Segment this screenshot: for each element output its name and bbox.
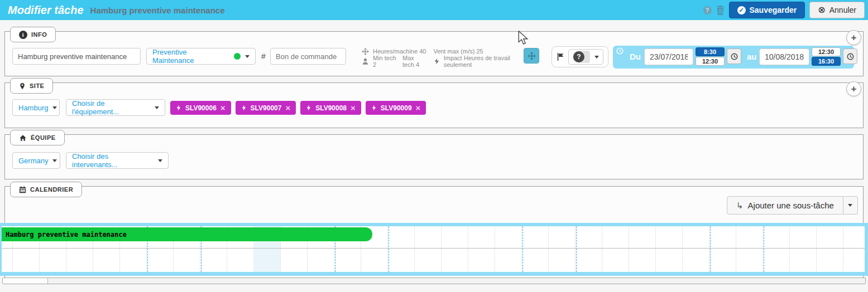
chevron-down-icon [594,56,599,59]
machine-settings-button[interactable] [524,48,539,64]
weekend-line [522,226,523,272]
from-time-picker-button[interactable] [727,48,741,64]
equipment-tag[interactable]: SLV90008 × [300,101,361,115]
info-icon: i [19,31,27,39]
priority-badge: ? [573,51,584,62]
gantt-task-bar[interactable]: Hamburg preventive maintenance [2,227,372,241]
flag-icon [557,52,564,61]
from-end-time[interactable]: 12:30 [696,57,725,66]
clock-icon [847,53,854,60]
clock-icon [616,47,624,55]
check-circle-icon: ✓ [737,6,746,14]
team-dropdown[interactable]: Germany [12,152,60,169]
add-subtask-caret-button[interactable] [843,196,858,215]
page-title: Modifier tâche [8,4,84,17]
priority-dropdown[interactable]: ? [568,49,603,65]
mouse-cursor [518,31,529,47]
weekend-line [389,226,389,272]
chevron-down-icon [245,55,250,58]
task-stats: Heures/machine 40 Vent max (m/s) 25 Min … [362,47,524,66]
calendar-icon [19,186,26,193]
tab-team: ÉQUIPE [10,130,65,145]
map-pin-icon [19,82,26,90]
clock-icon [731,53,738,60]
chevron-down-icon [52,106,57,109]
home-icon [19,134,27,142]
to-start-time[interactable]: 12:30 [812,47,841,56]
to-time-picker-button[interactable] [843,48,857,64]
chevron-down-icon [848,204,852,207]
row-divider [2,248,865,249]
task-type-dropdown[interactable]: Preventive Maintenance [146,48,256,65]
to-time-chips: 12:30 16:30 [812,47,841,66]
bolt-icon [371,104,377,111]
technician-icon [362,58,369,65]
tab-calendar: CALENDRIER [10,182,82,197]
equipment-dropdown[interactable]: Choisir de l'équipement... [66,99,165,116]
bolt-icon [306,104,311,111]
chevron-down-icon [52,159,57,162]
add-subtask-splitbutton: ↳ Ajouter une sous-tâche [727,196,858,215]
type-color-dot [234,53,241,60]
tab-info: i INFO [10,27,56,42]
bolt-icon [241,104,247,111]
cancel-button[interactable]: ⊗ Annuler [809,2,865,18]
bolt-icon [176,104,181,111]
date-range-panel: Du 8:30 12:30 au 12:30 16:30 [613,46,854,69]
task-name-input[interactable] [12,48,141,65]
weekend-line [710,226,711,272]
site-dropdown[interactable]: Hamburg [12,99,60,116]
gantt-frame: Hamburg preventive maintenance [0,223,868,276]
save-button[interactable]: ✓ Sauvegarder [729,2,805,18]
order-number-prefix: # [261,52,266,61]
equipment-tag-list: SLV90006 × SLV90007 × SLV90008 × SLV9000… [170,101,426,115]
equipment-tag[interactable]: SLV90009 × [366,101,426,115]
task-title: Hamburg preventive maintenance [90,6,225,15]
header-bar: Modifier tâche Hamburg preventive mainte… [0,0,868,20]
tab-site: SITE [10,78,53,94]
from-start-time[interactable]: 8:30 [696,47,725,56]
to-end-time[interactable]: 16:30 [812,57,841,66]
members-dropdown[interactable]: Choisir des intervenants... [66,152,169,169]
add-subtask-button[interactable]: ↳ Ajouter une sous-tâche [727,196,843,215]
help-icon[interactable]: ? [703,6,712,14]
scrollbar-thumb[interactable] [3,278,48,284]
from-date-input[interactable] [644,48,693,65]
hub-icon [362,48,369,55]
cancel-circle-icon: ⊗ [818,6,825,14]
gantt-grid[interactable]: Hamburg preventive maintenance [2,226,865,272]
remove-tag-icon[interactable]: × [416,103,421,113]
equipment-tag[interactable]: SLV90007 × [236,101,296,115]
priority-group: ? [552,46,608,67]
equipment-tag[interactable]: SLV90006 × [170,101,231,115]
chevron-down-icon [155,106,159,109]
chevron-down-icon [158,159,162,162]
remove-tag-icon[interactable]: × [285,103,290,113]
site-add-button[interactable]: + [846,81,861,96]
trash-icon[interactable] [716,6,725,15]
hub-icon [527,52,536,60]
remove-tag-icon[interactable]: × [220,103,226,113]
weekend-line [764,226,764,272]
subtask-arrow-icon: ↳ [736,201,744,211]
from-label: Du [630,52,641,61]
from-time-chips: 8:30 12:30 [696,47,725,66]
horizontal-scrollbar[interactable] [2,278,866,284]
impact-bolt-icon [434,57,440,65]
remove-tag-icon[interactable]: × [351,103,356,113]
info-add-button[interactable]: + [846,30,861,45]
order-number-input[interactable] [270,48,346,65]
weekend-line [576,226,577,272]
to-date-input[interactable] [759,48,809,65]
to-label: au [747,52,757,61]
